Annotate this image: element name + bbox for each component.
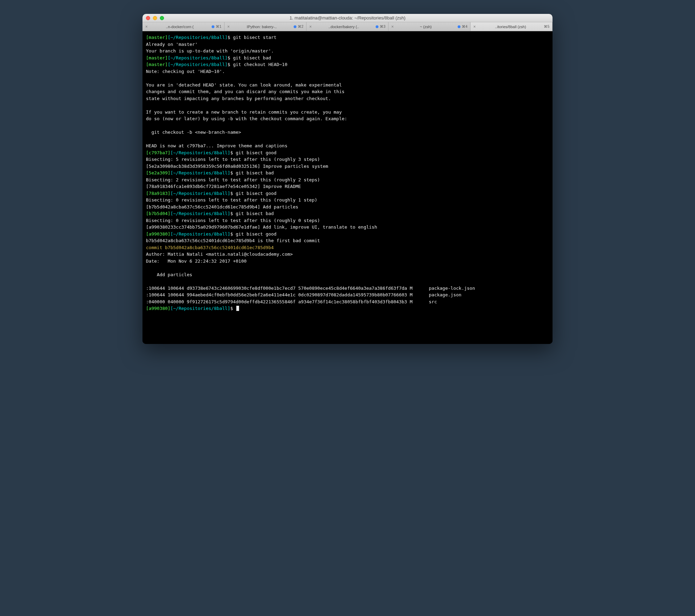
terminal-line: [b7b5d042a8cba637c56cc52401dcd61ec785d9b…: [146, 204, 549, 211]
prompt-dollar: $: [230, 191, 236, 196]
output-text: Date: Mon Nov 6 22:24:32 2017 +0100: [146, 258, 247, 264]
tab-0[interactable]: ×..n-docker/corn (⌘1: [142, 22, 224, 31]
output-text: HEAD is now at c797ba7... Improve theme …: [146, 143, 287, 148]
prompt-branch: [b7b5d04]: [146, 211, 170, 216]
tab-3[interactable]: ×~ (zsh)⌘4: [389, 22, 471, 31]
tab-label: IPython: bakery-..: [231, 25, 292, 29]
tab-close-icon[interactable]: ×: [473, 24, 476, 29]
activity-dot-icon: [212, 25, 214, 28]
terminal-line: Author: Mattia Natali <mattia.natali@clo…: [146, 251, 549, 258]
terminal-line: [146, 278, 549, 285]
terminal-line: Note: checking out 'HEAD~10'.: [146, 68, 549, 75]
prompt-path: [~/Repositories/8ball]: [170, 211, 230, 216]
tabbar: ×..n-docker/corn (⌘1×IPython: bakery-..⌘…: [142, 22, 553, 31]
prompt-branch: [78a9183]: [146, 191, 170, 196]
terminal-line: Bisecting: 2 revisions left to test afte…: [146, 176, 549, 183]
maximize-window-button[interactable]: [160, 16, 164, 20]
prompt-branch: [master]: [146, 55, 168, 60]
terminal-line: [master][~/Repositories/8ball]$ git bise…: [146, 34, 549, 41]
terminal-line: git checkout -b <new-branch-name>: [146, 129, 549, 136]
output-text: [146, 102, 149, 108]
terminal-line: [146, 264, 549, 271]
output-text: git checkout -b <new-branch-name>: [146, 130, 241, 135]
prompt-dollar: $: [230, 306, 236, 311]
prompt-path: [~/Repositories/8ball]: [170, 170, 230, 175]
output-text: Bisecting: 2 revisions left to test afte…: [146, 177, 320, 182]
tab-shortcut: ⌘4: [462, 25, 467, 28]
output-text: Bisecting: 0 revisions left to test afte…: [146, 197, 317, 203]
terminal-line: state without impacting any branches by …: [146, 95, 549, 102]
terminal-line: You are in 'detached HEAD' state. You ca…: [146, 82, 549, 89]
output-text: [78a918346fca1e893db6cf7281aef7e54ce0534…: [146, 184, 301, 189]
commit-line: commit b7b5d042a8cba637c56cc52401dcd61ec…: [146, 245, 274, 250]
terminal-line: commit b7b5d042a8cba637c56cc52401dcd61ec…: [146, 244, 549, 251]
output-text: Already on 'master': [146, 42, 198, 47]
output-text: Author: Mattia Natali <mattia.natali@clo…: [146, 252, 293, 257]
prompt-command: git bisect good: [236, 191, 276, 196]
prompt-branch: [5e2a309]: [146, 170, 170, 175]
output-text: :040000 040000 9f912726175c5d9794d00deff…: [146, 299, 437, 304]
terminal-line: [146, 122, 549, 129]
tab-4[interactable]: ×..itories/8ball (zsh)⌘5: [471, 22, 553, 31]
terminal-line: [5e2a309][~/Repositories/8ball]$ git bis…: [146, 170, 549, 176]
terminal-line: [5e2a30980acb38d3d3958359c56fd0a8d032513…: [146, 163, 549, 170]
tab-close-icon[interactable]: ×: [145, 24, 148, 29]
terminal-line: [master][~/Repositories/8ball]$ git chec…: [146, 61, 549, 68]
prompt-command: git bisect bad: [236, 170, 274, 175]
prompt-branch: [a990380]: [146, 306, 170, 311]
output-text: [146, 265, 149, 270]
output-text: [5e2a30980acb38d3d3958359c56fd0a8d032513…: [146, 164, 328, 169]
terminal-output[interactable]: [master][~/Repositories/8ball]$ git bise…: [142, 31, 553, 344]
prompt-branch: [c797ba7]: [146, 150, 170, 155]
terminal-line: Your branch is up-to-date with 'origin/m…: [146, 48, 549, 55]
prompt-path: [~/Repositories/8ball]: [168, 55, 228, 60]
traffic-lights: [146, 16, 164, 20]
prompt-dollar: $: [228, 35, 233, 40]
prompt-path: [~/Repositories/8ball]: [170, 231, 230, 237]
terminal-line: Date: Mon Nov 6 22:24:32 2017 +0100: [146, 258, 549, 265]
output-text: changes and commit them, and you can dis…: [146, 89, 344, 94]
output-text: :100644 100644 994aebed4cf0ebfb0dd56e2be…: [146, 292, 461, 297]
tab-1[interactable]: ×IPython: bakery-..⌘2: [224, 22, 306, 31]
prompt-dollar: $: [228, 62, 233, 67]
tab-close-icon[interactable]: ×: [391, 24, 394, 29]
activity-dot-icon: [458, 25, 460, 28]
terminal-line: Bisecting: 0 revisions left to test afte…: [146, 197, 549, 204]
terminal-line: Bisecting: 0 revisions left to test afte…: [146, 217, 549, 224]
prompt-path: [~/Repositories/8ball]: [170, 306, 230, 311]
tab-shortcut: ⌘1: [216, 25, 221, 28]
titlebar: 1. matitalatina@mattian-clouda: ~/Reposi…: [142, 14, 553, 22]
terminal-line: HEAD is now at c797ba7... Improve theme …: [146, 142, 549, 149]
output-text: You are in 'detached HEAD' state. You ca…: [146, 82, 342, 88]
prompt-dollar: $: [230, 211, 236, 216]
activity-dot-icon: [376, 25, 378, 28]
output-text: [146, 279, 149, 284]
prompt-dollar: $: [230, 231, 236, 237]
output-text: [b7b5d042a8cba637c56cc52401dcd61ec785d9b…: [146, 204, 298, 210]
terminal-window: 1. matitalatina@mattian-clouda: ~/Reposi…: [142, 14, 553, 344]
terminal-line: :100644 100644 d93738e6743c2460699030cfe…: [146, 285, 549, 292]
prompt-path: [~/Repositories/8ball]: [170, 191, 230, 196]
terminal-line: [b7b5d04][~/Repositories/8ball]$ git bis…: [146, 210, 549, 217]
terminal-line: Already on 'master': [146, 41, 549, 48]
output-text: [146, 75, 149, 81]
terminal-line: Add particles: [146, 271, 549, 278]
output-text: Your branch is up-to-date with 'origin/m…: [146, 48, 274, 54]
terminal-line: [master][~/Repositories/8ball]$ git bise…: [146, 55, 549, 61]
terminal-line: [a990380][~/Repositories/8ball]$ git bis…: [146, 231, 549, 238]
close-window-button[interactable]: [146, 16, 150, 20]
tab-2[interactable]: ×..docker/bakery (..⌘3: [306, 22, 389, 31]
output-text: b7b5d042a8cba637c56cc52401dcd61ec785d9b4…: [146, 238, 320, 243]
prompt-dollar: $: [230, 150, 236, 155]
window-title: 1. matitalatina@mattian-clouda: ~/Reposi…: [146, 15, 549, 20]
prompt-branch: [master]: [146, 62, 168, 67]
tab-shortcut: ⌘2: [298, 25, 303, 28]
output-text: Bisecting: 5 revisions left to test afte…: [146, 157, 320, 162]
terminal-line: If you want to create a new branch to re…: [146, 109, 549, 116]
output-text: Bisecting: 0 revisions left to test afte…: [146, 218, 320, 223]
tab-close-icon[interactable]: ×: [309, 24, 312, 29]
tab-close-icon[interactable]: ×: [227, 24, 230, 29]
output-text: [146, 123, 149, 128]
terminal-line: Bisecting: 5 revisions left to test afte…: [146, 156, 549, 163]
minimize-window-button[interactable]: [153, 16, 157, 20]
